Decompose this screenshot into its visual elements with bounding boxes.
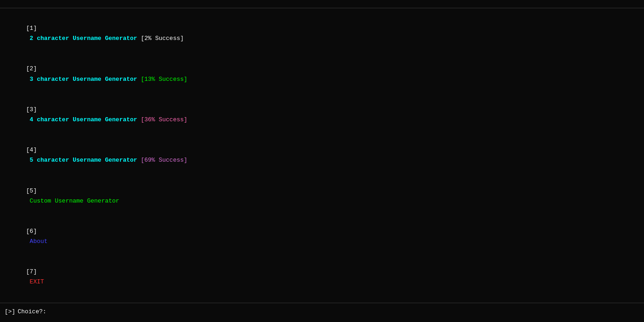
menu-item-7[interactable]: [7] EXIT <box>5 257 639 297</box>
menu-num-3: [3] <box>26 106 37 113</box>
menu-num-4: [4] <box>26 147 37 153</box>
menu-success-4: [69% Success] <box>141 157 187 164</box>
terminal-window: /$$ /$$ | $$ | $$ | $$ | $$ /$$$$$$$$ /$… <box>0 0 644 322</box>
menu-item-6[interactable]: [6] About <box>5 216 639 257</box>
prompt-input[interactable] <box>47 308 139 315</box>
menu-label-7: EXIT <box>26 278 44 285</box>
menu-num-1: [1] <box>26 25 37 32</box>
menu-label-5: Custom Username Generator <box>26 198 119 204</box>
menu-label-6: About <box>26 238 48 245</box>
prompt-label: Choice?: <box>17 308 46 315</box>
menu-success-1: [2% Success] <box>141 35 184 42</box>
menu-label-1: 2 character Username Generator <box>26 35 141 42</box>
menu-label-3: 4 character Username Generator <box>26 116 141 123</box>
menu-num-2: [2] <box>26 65 37 72</box>
menu-success-3: [36% Success] <box>141 116 187 123</box>
menu-item-5[interactable]: [5] Custom Username Generator <box>5 176 639 216</box>
bottom-divider <box>0 303 644 303</box>
prompt-symbol: [>] <box>5 308 15 315</box>
menu-item-4[interactable]: [4] 5 character Username Generator [69% … <box>5 135 639 175</box>
menu-num-6: [6] <box>26 228 37 235</box>
menu-label-4: 5 character Username Generator <box>26 157 141 164</box>
top-divider <box>0 8 644 8</box>
menu-item-1[interactable]: [1] 2 character Username Generator [2% S… <box>5 13 639 54</box>
menu-num-5: [5] <box>26 187 37 194</box>
menu-item-3[interactable]: [3] 4 character Username Generator [36% … <box>5 95 639 135</box>
menu-success-2: [13% Success] <box>141 76 187 83</box>
menu-item-2[interactable]: [2] 3 character Username Generator [13% … <box>5 54 639 94</box>
menu-label-2: 3 character Username Generator <box>26 76 141 83</box>
github-link: [Github.com/RojanGamingYT] <box>0 0 644 5</box>
menu-num-7: [7] <box>26 268 37 275</box>
menu-section: [1] 2 character Username Generator [2% S… <box>0 11 644 300</box>
prompt-section[interactable]: [>] Choice?: <box>0 306 644 317</box>
